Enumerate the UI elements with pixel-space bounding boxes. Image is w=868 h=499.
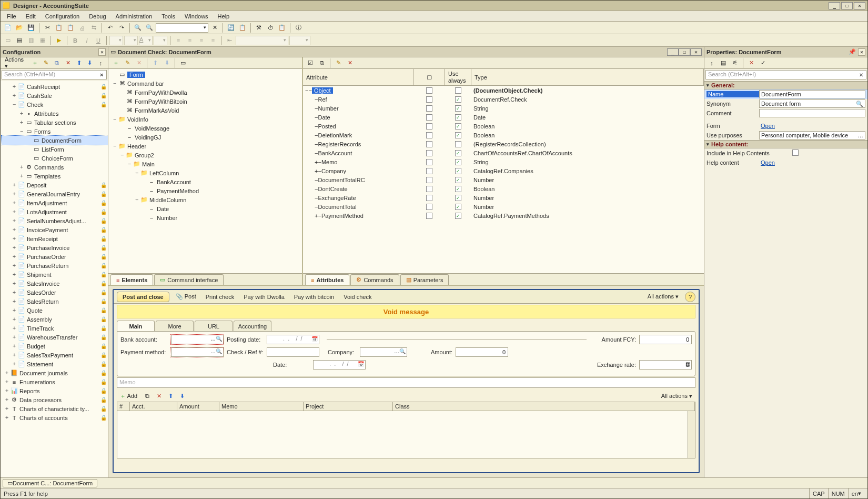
attributes-grid[interactable]: −−Object(DocumentObject.Check)−Ref✓Docum… (303, 86, 704, 273)
attribute-row[interactable]: −RegisterRecords(RegisterRecordsCollecti… (303, 139, 704, 148)
search-combo[interactable] (156, 23, 208, 33)
tree-item[interactable]: +📄CashSale🔒 (2, 91, 108, 100)
attribute-row[interactable]: −DontCreate✓Boolean (303, 184, 704, 193)
prop-filter-icon[interactable]: ⚟ (730, 58, 740, 68)
tree-item[interactable]: +📄LotsAdjustment🔒 (2, 207, 108, 216)
cut-button[interactable]: ✂ (42, 23, 53, 33)
mdi-minimize-button[interactable]: _ (667, 48, 679, 56)
col-amount[interactable]: Amount (177, 402, 219, 411)
tree-item[interactable]: +📊Reports🔒 (2, 386, 108, 395)
attribute-row[interactable]: −DeletionMark✓Boolean (303, 131, 704, 139)
indent-button[interactable]: ⇤ (224, 35, 235, 46)
tree-item[interactable]: +📙Document journals🔒 (2, 368, 108, 377)
add-icon[interactable]: ＋ (30, 58, 40, 68)
tree-item[interactable]: +📄PurchaseOrder🔒 (2, 252, 108, 261)
tool-a-button[interactable]: ⚒ (254, 23, 264, 33)
void-check-button[interactable]: Void check (340, 293, 375, 301)
post-and-close-button[interactable]: Post and close (117, 292, 169, 302)
undo-button[interactable]: ↶ (105, 23, 115, 33)
pay-bitcoin-button[interactable]: Pay with bitcoin (291, 293, 337, 301)
open-button[interactable]: 📂 (14, 23, 25, 33)
tree-item[interactable]: +⚙Commands (2, 163, 108, 172)
tree-item[interactable]: +📄SalesOrder🔒 (2, 288, 108, 297)
tree-item[interactable]: +≡Enumerations🔒 (2, 377, 108, 386)
line-down-icon[interactable]: ⬇ (177, 391, 187, 401)
tab-main[interactable]: Main (117, 321, 155, 331)
tool-c-button[interactable]: 📋 (277, 23, 287, 33)
tree-item[interactable]: +⚙Data processors🔒 (2, 395, 108, 404)
clear-search-button[interactable]: ✕ (209, 23, 220, 33)
mdi-close-button[interactable]: ✕ (690, 48, 702, 56)
elements-tree[interactable]: ▭Form−⌘Command bar ⌘FormPayWithDwolla ⌘F… (108, 69, 302, 273)
attribute-row[interactable]: −Posted✓Boolean (303, 122, 704, 131)
redo-button[interactable]: ↷ (116, 23, 127, 33)
print-check-button[interactable]: Print check (203, 293, 237, 301)
find-button[interactable]: 🔍 (133, 23, 143, 33)
border-color[interactable] (109, 36, 123, 45)
copy-button-2[interactable]: 📋 (237, 23, 248, 33)
attribute-row[interactable]: −DocumentTotalRC✓Number (303, 175, 704, 184)
tree-item[interactable]: ▭ListForm (2, 145, 108, 154)
align-left-button[interactable]: ≡ (173, 35, 184, 46)
bank-account-input[interactable]: …🔍 (171, 335, 224, 344)
cell-button-3[interactable]: ▥ (26, 35, 36, 46)
menu-configuration[interactable]: Configuration (42, 12, 83, 21)
tree-item[interactable]: +•Attributes (2, 109, 108, 118)
copy-icon[interactable]: ⧉ (52, 58, 62, 68)
run-button[interactable]: ▶ (54, 35, 64, 46)
move-up-icon[interactable]: ⬆ (74, 58, 84, 68)
attribute-row[interactable]: −Number✓String (303, 104, 704, 113)
tree-item[interactable]: +📄SalesInvoice🔒 (2, 279, 108, 288)
section-help[interactable]: Help content: (704, 140, 867, 148)
bold-button[interactable]: B (70, 35, 80, 46)
tree-item[interactable]: +📄Assembly🔒 (2, 315, 108, 324)
tab-elements[interactable]: ≡ Elements (110, 274, 153, 285)
element-item[interactable]: −📁Group2 (109, 151, 302, 159)
prop-cat-icon[interactable]: ▤ (718, 58, 729, 68)
all-actions-dropdown[interactable]: All actions ▾ (644, 292, 682, 301)
tree-item[interactable]: +📄CashReceipt🔒 (2, 82, 108, 91)
col-project[interactable]: Project (304, 402, 393, 411)
cell-button-4[interactable]: ▦ (37, 35, 48, 46)
size-combo[interactable] (289, 36, 310, 45)
underline-button[interactable]: U (93, 35, 104, 46)
tree-item[interactable]: +📄Budget🔒 (2, 342, 108, 351)
prop-delete-icon[interactable]: ✕ (746, 58, 756, 68)
prop-form-link[interactable]: Open (761, 123, 775, 129)
properties-search-clear-icon[interactable]: ✕ (857, 71, 865, 78)
element-item[interactable]: −VoidMessage (109, 124, 302, 133)
prop-name-input[interactable]: DocumentForm (759, 90, 865, 98)
save-button[interactable]: 💾 (26, 23, 36, 33)
task-document-form[interactable]: ▭ Document C...: DocumentForm (3, 479, 97, 487)
tab-parameters[interactable]: ▤ Parameters (400, 274, 449, 285)
tree-item[interactable]: +▭Tabular sections (2, 118, 108, 127)
attribute-row[interactable]: −DocumentTotal✓Number (303, 202, 704, 211)
elem-edit-icon[interactable]: ✎ (122, 58, 133, 68)
menu-windows[interactable]: Windows (181, 12, 211, 21)
posting-date-input[interactable]: . . / /📅 (267, 335, 319, 344)
menu-administration[interactable]: Administration (113, 12, 156, 21)
elem-down-icon[interactable]: ⬇ (162, 58, 172, 68)
elem-up-icon[interactable]: ⬆ (150, 58, 160, 68)
attribute-row[interactable]: −BankAccount✓ChartOfAccountsRef.ChartOfA… (303, 148, 704, 157)
line-up-icon[interactable]: ⬆ (166, 391, 175, 401)
attr-copy-icon[interactable]: ⧉ (317, 58, 327, 68)
help-button[interactable]: ⓘ (293, 23, 304, 33)
check-ref-input[interactable] (267, 347, 319, 357)
close-button[interactable]: ✕ (854, 2, 865, 9)
tab-command-interface[interactable]: ▭ Command interface (154, 274, 224, 285)
element-item[interactable]: −Date (109, 204, 302, 213)
menu-edit[interactable]: Edit (23, 12, 39, 21)
payment-method-input[interactable]: …🔍 (171, 347, 224, 357)
fill-color[interactable] (124, 36, 138, 45)
tree-item[interactable]: +📄ItemAdjustment🔒 (2, 198, 108, 207)
element-item[interactable]: −⌘Command bar (109, 79, 302, 88)
move-down-icon[interactable]: ⬇ (85, 58, 95, 68)
italic-button[interactable]: I (82, 35, 92, 46)
attr-edit-icon[interactable]: ✎ (333, 58, 344, 68)
tree-item[interactable]: +📄Quote🔒 (2, 306, 108, 315)
elem-prop-icon[interactable]: ▭ (178, 58, 188, 68)
align-center-button[interactable]: ≡ (185, 35, 195, 46)
delete-icon[interactable]: ✕ (63, 58, 73, 68)
tree-item[interactable]: +📄TimeTrack🔒 (2, 324, 108, 333)
